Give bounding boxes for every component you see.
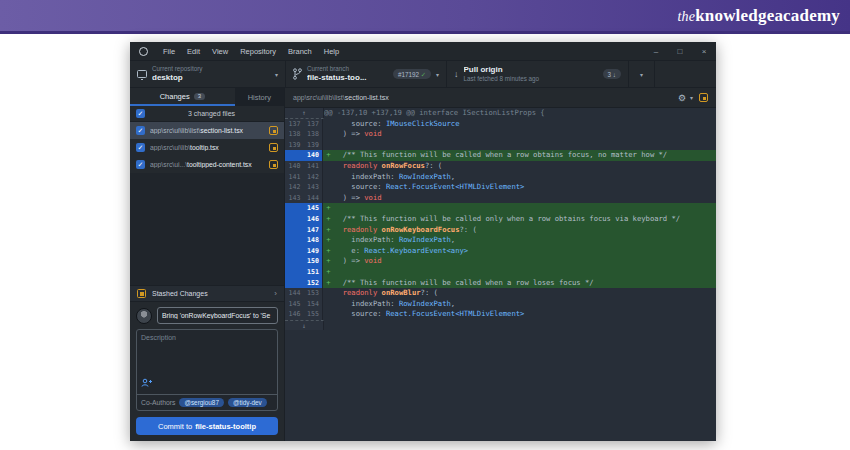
diff-line-context[interactable]: 144153 readonly onRowBlur?: (	[285, 288, 716, 299]
line-number[interactable]: 144	[304, 193, 323, 204]
diff-header: app\src\ui\lib\list\section-list.tsx ⚙ ▾	[285, 88, 716, 108]
line-number[interactable]	[285, 235, 304, 246]
line-number[interactable]	[285, 246, 304, 257]
commit-summary-input[interactable]	[157, 307, 278, 324]
line-number[interactable]: 142	[304, 172, 323, 183]
select-all-checkbox[interactable]: ✓	[136, 109, 145, 118]
diff-line-added[interactable]: 148+ indexPath: RowIndexPath,	[285, 235, 716, 246]
tab-changes[interactable]: Changes 3	[130, 88, 235, 106]
diff-marker	[323, 288, 334, 299]
line-number[interactable]: 138	[285, 129, 304, 140]
menu-view[interactable]: View	[206, 47, 234, 56]
add-coauthor-icon[interactable]	[141, 378, 153, 387]
commit-button-prefix: Commit to	[158, 422, 192, 431]
line-number[interactable]	[285, 225, 304, 236]
line-number[interactable]: 149	[304, 246, 323, 257]
chevron-down-icon[interactable]: ▾	[436, 71, 439, 78]
line-number[interactable]: 139	[304, 140, 323, 151]
line-number[interactable]: 143	[304, 182, 323, 193]
sidebar-tabs: Changes 3 History	[130, 88, 284, 106]
file-row-tooltip[interactable]: ✓ app\src\ui\lib\tooltip.tsx	[130, 139, 284, 156]
menu-repository[interactable]: Repository	[234, 47, 282, 56]
diff-line-context[interactable]: 143144 ) => void	[285, 193, 716, 204]
file-checkbox[interactable]: ✓	[136, 126, 145, 135]
line-number[interactable]: 154	[304, 299, 323, 310]
diff-line-added[interactable]: 149+ e: React.KeyboardEvent<any>	[285, 246, 716, 257]
close-button[interactable]: ×	[692, 47, 716, 56]
menu-branch[interactable]: Branch	[282, 47, 318, 56]
file-path: app\src\ui...\	[150, 161, 187, 168]
line-number[interactable]: 150	[304, 256, 323, 267]
diff-line-added[interactable]: 146+ /** This function will be called on…	[285, 214, 716, 225]
pull-origin-button[interactable]: ↓ Pull origin Last fetched 8 minutes ago…	[447, 61, 629, 87]
diff-line-context[interactable]: 137137 source: IMouseClickSource	[285, 119, 716, 130]
pull-options-dropdown[interactable]: ▾	[629, 61, 655, 87]
menu-edit[interactable]: Edit	[181, 47, 206, 56]
coauthor-chip[interactable]: @tidy-dev	[228, 398, 267, 407]
line-number[interactable]: 140	[285, 161, 304, 172]
line-number[interactable]: 144	[285, 288, 304, 299]
file-checkbox[interactable]: ✓	[136, 160, 145, 169]
line-number[interactable]: 141	[285, 172, 304, 183]
line-number[interactable]: 155	[304, 309, 323, 320]
line-number[interactable]	[285, 203, 304, 214]
line-number[interactable]	[285, 150, 304, 161]
menu-help[interactable]: Help	[318, 47, 345, 56]
commit-description-input[interactable]	[137, 330, 277, 372]
line-number[interactable]: 137	[304, 119, 323, 130]
line-number[interactable]: 148	[304, 235, 323, 246]
line-number[interactable]: 146	[304, 214, 323, 225]
minimize-button[interactable]: –	[644, 47, 668, 56]
coauthor-chip[interactable]: @sergiou87	[179, 398, 224, 407]
line-number[interactable]	[285, 214, 304, 225]
line-number[interactable]: 145	[285, 299, 304, 310]
diff-panel: app\src\ui\lib\list\section-list.tsx ⚙ ▾…	[285, 88, 716, 441]
stashed-changes-row[interactable]: Stashed Changes ›	[130, 285, 284, 301]
line-number[interactable]	[285, 278, 304, 289]
expand-hunk-up-button[interactable]: ↑	[285, 108, 324, 119]
line-number[interactable]: 142	[285, 182, 304, 193]
line-number[interactable]: 141	[304, 161, 323, 172]
diff-line-added[interactable]: 151+	[285, 267, 716, 278]
line-number[interactable]: 146	[285, 309, 304, 320]
maximize-button[interactable]: □	[668, 47, 692, 56]
menu-file[interactable]: File	[157, 47, 181, 56]
line-number[interactable]: 137	[285, 119, 304, 130]
code-text: source: IMouseClickSource	[334, 119, 716, 130]
commit-button[interactable]: Commit to file-status-tooltip	[136, 417, 278, 435]
diff-line-added[interactable]: 147+ readonly onRowKeyboardFocus?: (	[285, 225, 716, 236]
diff-line-context[interactable]: 146155 source: React.FocusEvent<HTMLDivE…	[285, 309, 716, 320]
expand-hunk-down-button[interactable]: ↓	[285, 320, 324, 331]
gear-icon[interactable]: ⚙	[678, 93, 686, 103]
line-number[interactable]: 140	[304, 150, 323, 161]
diff-line-context[interactable]: 141142 indexPath: RowIndexPath,	[285, 172, 716, 183]
diff-line-added[interactable]: 150+ ) => void	[285, 256, 716, 267]
diff-line-added[interactable]: 145+	[285, 203, 716, 214]
line-number[interactable]: 143	[285, 193, 304, 204]
line-number[interactable]: 138	[304, 129, 323, 140]
diff-line-context[interactable]: 139139	[285, 140, 716, 151]
branch-selector[interactable]: Current branch file-status-too... #17192…	[286, 61, 447, 87]
file-row-tooltipped-content[interactable]: ✓ app\src\ui...\tooltipped-content.tsx	[130, 156, 284, 173]
diff-line-context[interactable]: 142143 source: React.FocusEvent<HTMLDivE…	[285, 182, 716, 193]
line-number[interactable]: 152	[304, 278, 323, 289]
line-number[interactable]: 147	[304, 225, 323, 236]
file-checkbox[interactable]: ✓	[136, 143, 145, 152]
pr-badge[interactable]: #17192 ✓	[393, 69, 431, 79]
line-number[interactable]: 151	[304, 267, 323, 278]
diff-line-added[interactable]: 152+ /** This function will be called wh…	[285, 278, 716, 289]
diff-marker: +	[323, 256, 334, 267]
file-row-section-list[interactable]: ✓ app\src\ui\lib\list\section-list.tsx	[130, 122, 284, 139]
tab-history[interactable]: History	[235, 88, 284, 106]
repository-selector[interactable]: Current repository desktop ▾	[130, 61, 286, 87]
diff-line-added[interactable]: 140+ /** This function will be called wh…	[285, 150, 716, 161]
line-number[interactable]	[285, 256, 304, 267]
chevron-down-icon[interactable]: ▾	[690, 94, 693, 101]
line-number[interactable]	[285, 267, 304, 278]
line-number[interactable]: 153	[304, 288, 323, 299]
diff-line-context[interactable]: 145154 indexPath: RowIndexPath,	[285, 299, 716, 310]
diff-line-context[interactable]: 140141 readonly onRowFocus?: (	[285, 161, 716, 172]
diff-line-context[interactable]: 138138 ) => void	[285, 129, 716, 140]
line-number[interactable]: 139	[285, 140, 304, 151]
line-number[interactable]: 145	[304, 203, 323, 214]
